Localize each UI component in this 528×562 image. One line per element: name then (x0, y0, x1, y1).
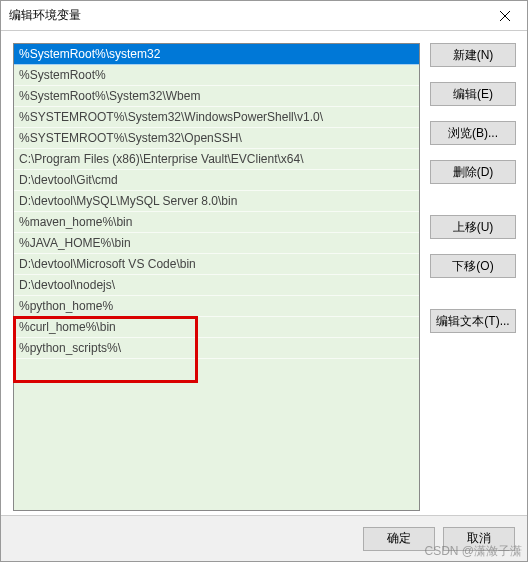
list-item[interactable]: %python_home% (14, 296, 419, 317)
list-item[interactable]: D:\devtool\nodejs\ (14, 275, 419, 296)
list-item[interactable]: %SystemRoot%\system32 (14, 44, 419, 65)
cancel-button[interactable]: 取消 (443, 527, 515, 551)
move-up-button[interactable]: 上移(U) (430, 215, 516, 239)
list-item[interactable]: D:\devtool\Microsoft VS Code\bin (14, 254, 419, 275)
list-item[interactable]: %python_scripts%\ (14, 338, 419, 359)
list-item[interactable]: %curl_home%\bin (14, 317, 419, 338)
ok-button[interactable]: 确定 (363, 527, 435, 551)
delete-button[interactable]: 删除(D) (430, 160, 516, 184)
close-button[interactable] (482, 1, 527, 31)
titlebar: 编辑环境变量 (1, 1, 527, 31)
window-title: 编辑环境变量 (9, 7, 81, 24)
list-item[interactable]: %SYSTEMROOT%\System32\WindowsPowerShell\… (14, 107, 419, 128)
browse-button[interactable]: 浏览(B)... (430, 121, 516, 145)
list-item[interactable]: D:\devtool\Git\cmd (14, 170, 419, 191)
list-item[interactable]: %maven_home%\bin (14, 212, 419, 233)
list-item[interactable]: %SystemRoot%\System32\Wbem (14, 86, 419, 107)
footer: 确定 取消 (1, 515, 527, 561)
close-icon (500, 11, 510, 21)
list-item[interactable]: %SYSTEMROOT%\System32\OpenSSH\ (14, 128, 419, 149)
content-area: %SystemRoot%\system32%SystemRoot%%System… (1, 31, 527, 515)
button-column: 新建(N) 编辑(E) 浏览(B)... 删除(D) 上移(U) 下移(O) 编… (430, 43, 516, 511)
move-down-button[interactable]: 下移(O) (430, 254, 516, 278)
list-item[interactable]: %SystemRoot% (14, 65, 419, 86)
list-item[interactable]: %JAVA_HOME%\bin (14, 233, 419, 254)
path-listbox[interactable]: %SystemRoot%\system32%SystemRoot%%System… (13, 43, 420, 511)
dialog-window: 编辑环境变量 %SystemRoot%\system32%SystemRoot%… (0, 0, 528, 562)
new-button[interactable]: 新建(N) (430, 43, 516, 67)
edit-text-button[interactable]: 编辑文本(T)... (430, 309, 516, 333)
list-item[interactable]: C:\Program Files (x86)\Enterprise Vault\… (14, 149, 419, 170)
edit-button[interactable]: 编辑(E) (430, 82, 516, 106)
list-item[interactable]: D:\devtool\MySQL\MySQL Server 8.0\bin (14, 191, 419, 212)
